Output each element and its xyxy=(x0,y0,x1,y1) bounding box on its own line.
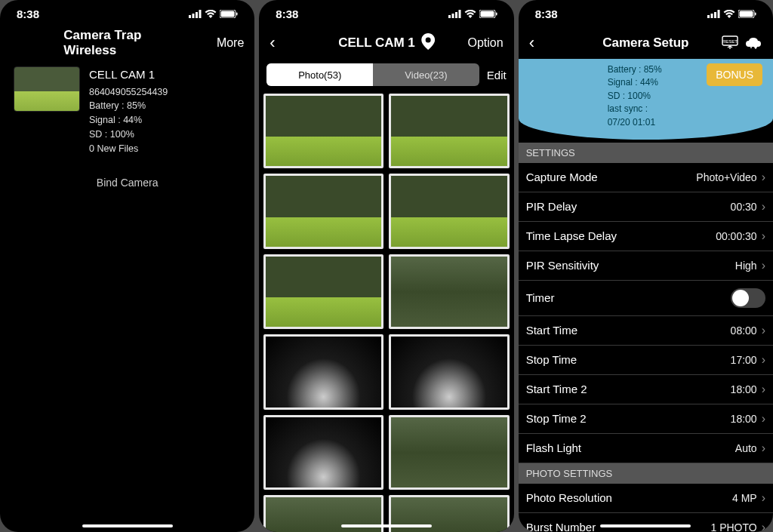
signal-icon xyxy=(189,10,202,18)
row-pir-delay[interactable]: PIR Delay 00:30› xyxy=(519,192,773,222)
battery-icon xyxy=(220,10,238,18)
photo-thumbnail[interactable] xyxy=(389,174,509,248)
nav-bar: ‹ CELL CAM 1 Option xyxy=(259,27,513,59)
screen-gallery: 8:38 ‹ CELL CAM 1 Option Photo(53) Video… xyxy=(259,0,513,532)
svg-rect-1 xyxy=(192,14,195,18)
row-timelapse-delay[interactable]: Time Lapse Delay 00:00:30› xyxy=(519,222,773,251)
setting-value-group: 17:00› xyxy=(731,353,765,367)
photo-thumbnail[interactable] xyxy=(263,174,383,248)
page-title: Camera Setup xyxy=(602,35,688,51)
svg-rect-0 xyxy=(189,15,191,18)
segment-video[interactable]: Video(23) xyxy=(373,63,479,86)
camera-signal: Signal : 44% xyxy=(89,113,168,128)
bonus-button[interactable]: BONUS xyxy=(707,63,762,86)
section-header-photo: PHOTO SETTINGS xyxy=(519,463,773,484)
setting-value: 00:30 xyxy=(731,201,757,213)
setting-value: 08:00 xyxy=(731,324,757,337)
row-start-time-2[interactable]: Start Time 2 18:00› xyxy=(519,375,773,404)
status-panel: Battery : 85% Signal : 44% SD : 100% las… xyxy=(519,59,773,140)
home-indicator[interactable] xyxy=(341,524,432,527)
content: CELL CAM 1 864049055254439 Battery : 85%… xyxy=(0,59,254,532)
home-indicator[interactable] xyxy=(600,524,691,527)
home-indicator[interactable] xyxy=(82,524,173,527)
camera-info: CELL CAM 1 864049055254439 Battery : 85%… xyxy=(89,66,168,155)
page-title-group: CELL CAM 1 xyxy=(338,33,435,54)
row-burst-number[interactable]: Burst Number 1 PHOTO› xyxy=(519,513,773,532)
back-button[interactable]: ‹ xyxy=(269,33,309,53)
chevron-right-icon: › xyxy=(762,171,765,184)
photo-thumbnail[interactable] xyxy=(263,415,383,490)
setting-value: Auto xyxy=(735,442,757,454)
wifi-icon xyxy=(205,10,217,18)
signal-icon xyxy=(707,10,720,18)
setting-value-group: High› xyxy=(735,259,765,272)
screen-camera-list: 8:38 Camera Trap Wireless More CELL CAM … xyxy=(0,0,254,532)
cloud-sync-icon[interactable] xyxy=(744,36,762,50)
chevron-right-icon: › xyxy=(762,259,765,272)
content: Photo(53) Video(23) Edit xyxy=(259,59,513,532)
row-photo-resolution[interactable]: Photo Resolution 4 MP› xyxy=(519,484,773,513)
setting-label: Photo Resolution xyxy=(526,491,612,504)
svg-text:RESET: RESET xyxy=(722,39,738,44)
segment-photo[interactable]: Photo(53) xyxy=(266,63,373,86)
svg-rect-10 xyxy=(458,10,460,18)
row-capture-mode[interactable]: Capture Mode Photo+Video› xyxy=(519,163,773,192)
svg-rect-5 xyxy=(221,11,235,17)
back-button[interactable]: ‹ xyxy=(529,33,568,53)
status-time: 8:38 xyxy=(535,8,558,20)
setting-label: Flash Light xyxy=(526,441,581,454)
svg-rect-8 xyxy=(451,14,454,18)
photo-thumbnail[interactable] xyxy=(263,94,383,168)
setting-label: PIR Sensitivity xyxy=(526,259,599,272)
setting-value: 1 PHOTO xyxy=(710,521,756,532)
row-pir-sensitivity[interactable]: PIR Sensitivity High› xyxy=(519,251,773,281)
svg-rect-3 xyxy=(199,10,202,18)
photo-thumbnail[interactable] xyxy=(263,254,383,329)
photo-thumbnail[interactable] xyxy=(389,415,509,490)
setting-label: PIR Delay xyxy=(526,200,577,213)
setting-label: Time Lapse Delay xyxy=(526,229,617,242)
photo-thumbnail[interactable] xyxy=(263,334,383,409)
svg-rect-12 xyxy=(480,11,494,17)
status-bar: 8:38 xyxy=(519,0,773,27)
nav-right-buttons: RESET xyxy=(722,35,762,51)
camera-id: 864049055254439 xyxy=(89,85,168,100)
row-stop-time-2[interactable]: Stop Time 2 18:00› xyxy=(519,404,773,434)
row-stop-time[interactable]: Stop Time 17:00› xyxy=(519,346,773,375)
photo-thumbnail[interactable] xyxy=(389,94,509,168)
chevron-right-icon: › xyxy=(762,229,765,243)
status-bar: 8:38 xyxy=(0,0,254,27)
content[interactable]: Battery : 85% Signal : 44% SD : 100% las… xyxy=(519,59,773,532)
setting-value-group: 1 PHOTO› xyxy=(710,521,765,532)
setting-value-group: 18:00› xyxy=(731,412,765,426)
setting-value-group: Photo+Video› xyxy=(696,171,765,184)
option-button[interactable]: Option xyxy=(464,36,504,50)
svg-rect-9 xyxy=(455,12,457,18)
chevron-left-icon: ‹ xyxy=(269,33,275,53)
svg-point-14 xyxy=(425,37,430,42)
photo-thumbnail[interactable] xyxy=(389,254,509,329)
setting-value: 18:00 xyxy=(731,413,757,425)
row-flash-light[interactable]: Flash Light Auto› xyxy=(519,434,773,463)
svg-rect-21 xyxy=(755,12,756,15)
setting-value: 4 MP xyxy=(732,492,757,504)
row-start-time[interactable]: Start Time 08:00› xyxy=(519,316,773,346)
svg-rect-20 xyxy=(739,11,753,17)
location-pin-icon[interactable] xyxy=(421,33,435,54)
setting-label: Stop Time 2 xyxy=(526,412,587,425)
camera-row[interactable]: CELL CAM 1 864049055254439 Battery : 85%… xyxy=(0,59,254,163)
svg-rect-15 xyxy=(707,15,710,18)
screen-camera-setup: 8:38 ‹ Camera Setup RESET Battery : 85% … xyxy=(519,0,773,532)
timer-toggle[interactable] xyxy=(731,288,765,308)
edit-button[interactable]: Edit xyxy=(487,69,507,81)
photo-thumbnail[interactable] xyxy=(389,334,509,409)
status-lastsync-value: 07/20 01:01 xyxy=(608,116,773,129)
svg-rect-16 xyxy=(710,14,713,18)
more-button[interactable]: More xyxy=(205,36,244,50)
setting-value: 17:00 xyxy=(731,354,757,366)
camera-battery: Battery : 85% xyxy=(89,99,168,113)
reset-icon[interactable]: RESET xyxy=(722,35,738,51)
setting-label: Capture Mode xyxy=(526,171,598,183)
bind-camera-button[interactable]: Bind Camera xyxy=(0,177,254,189)
camera-newfiles: 0 New Files xyxy=(89,142,168,156)
